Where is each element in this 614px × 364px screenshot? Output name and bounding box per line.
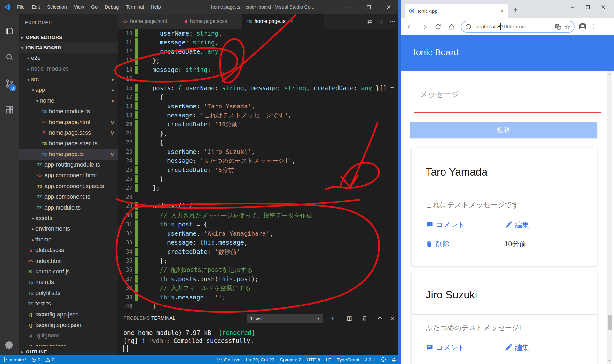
tab-home.page.scss[interactable]: Shome.page.scss [180,14,242,29]
code-line-18[interactable]: 18 userName: 'Taro Yamada', [118,102,398,111]
tree-item-node_modules[interactable]: ▸node_modules [19,63,118,74]
tab-close-icon[interactable]: × [290,18,293,25]
code-line-29[interactable]: 29 addPost() { [118,202,398,210]
more-actions-icon[interactable]: ⋯ [390,18,395,25]
source-control-icon[interactable]: 3 [0,72,19,95]
tree-item-theme[interactable]: ▸theme [19,234,118,245]
reload-icon[interactable] [434,23,442,31]
tree-item-home.page.ts[interactable]: TShome.page.tsM [19,149,118,160]
code-line-24[interactable]: 24 message: 'ふたつめのテストメッセージ!', [118,156,398,165]
close-icon[interactable] [379,0,398,14]
code-line-11[interactable]: 11 message: string, [118,38,398,47]
status-typescript[interactable]: TypeScript [337,357,359,362]
browser-close-icon[interactable] [595,0,611,14]
settings-gear-icon[interactable] [0,334,19,356]
code-line-22[interactable]: 22 { [118,138,398,147]
message-input[interactable] [419,90,587,99]
edit-button[interactable]: 編集 [504,343,583,352]
code-line-15[interactable]: 15 [118,74,398,83]
tree-item-app.module.ts[interactable]: TSapp.module.ts [19,202,118,213]
tree-item-src[interactable]: ▾src● [19,74,118,85]
status-utf-8[interactable]: UTF-8 [307,357,320,362]
code-line-30[interactable]: 30 // 入力されたメッセージを使って、投稿データを作成 [118,211,398,220]
code-line-10[interactable]: 10 userName: string, [118,29,398,38]
code-line-26[interactable]: 26 } [118,174,398,183]
back-icon[interactable] [406,23,414,31]
tree-item-app[interactable]: ▾app● [19,85,118,95]
status-bell[interactable] [391,357,396,362]
code-line-33[interactable]: 33 message: this.message, [118,238,398,247]
bookmark-star-icon[interactable]: ☆ [564,23,570,31]
code-line-36[interactable]: 36 // 配列postsにpostを追加する [118,265,398,274]
tree-item-app.component.html[interactable]: <>app.component.html [19,170,118,181]
kill-terminal-icon[interactable] [362,315,367,321]
status-smiley[interactable] [381,357,386,362]
browser-tab[interactable]: Ionic App × [405,4,508,18]
code-line-27[interactable]: 27 ]; [118,183,398,192]
menu-debug[interactable]: Debug [101,0,122,14]
post-button[interactable]: 投稿 [410,122,597,138]
code-line-20[interactable]: 20 createdDate: '10分前' [118,120,398,129]
close-panel-icon[interactable]: × [391,315,394,322]
code-line-31[interactable]: 31 this.post = { [118,220,398,229]
outline-section[interactable]: ▸ OUTLINE [19,346,118,355]
new-terminal-icon[interactable]: + [331,315,335,322]
code-line-35[interactable]: 35 }; [118,256,398,265]
code-line-32[interactable]: 32 userName: 'Akira Yanagihara', [118,229,398,238]
split-terminal-icon[interactable]: ◫ [347,315,352,322]
browser-minimize-icon[interactable] [565,0,580,14]
status-spaces-2[interactable]: Spaces: 2 [280,357,301,362]
home-icon[interactable] [447,23,456,31]
code-line-19[interactable]: 19 message: 'これはテストメッセージです', [118,111,398,120]
url-bar[interactable]: localhost:8100/home G ☆ [461,21,575,33]
tree-item-assets[interactable]: ▸assets [19,213,118,224]
scrollbar[interactable]: ▲ ▼ [607,71,612,364]
tree-item-tsconfig.spec.json[interactable]: {}tsconfig.spec.json [19,320,118,330]
open-changes-icon[interactable]: ⇄ [367,18,372,25]
tab-home.page.html[interactable]: <>home.page.html [118,14,180,29]
code-line-13[interactable]: 13 }; [118,56,398,65]
menu-help[interactable]: Help [147,0,164,14]
scroll-up-icon[interactable]: ▲ [607,72,612,77]
tab-home.page.ts[interactable]: TShome.page.ts× [242,14,324,29]
problems-tab[interactable]: PROBLEMS [123,315,150,320]
terminal-shell-select[interactable]: 1: wsl ▼ [247,314,323,323]
tree-item-app-routing.module.ts[interactable]: TSapp-routing.module.ts [19,160,118,170]
tree-item-karma.conf.js[interactable]: Kkarma.conf.js [19,266,118,277]
menu-file[interactable]: File [13,0,28,14]
tree-item-home.page.spec.ts[interactable]: TShome.page.spec.ts [19,138,118,149]
maximize-panel-icon[interactable] [377,316,382,320]
project-section[interactable]: ▾ IONIC4-BOARD [19,42,118,53]
info-icon[interactable] [465,24,471,30]
split-editor-icon[interactable]: ◫ [378,18,383,25]
comment-button[interactable]: コメント [426,343,504,352]
code-line-25[interactable]: 25 createdDate: '5分前' [118,165,398,174]
terminal-output[interactable]: ome-home-module) 7.97 kB [rendered][ng] … [123,329,255,353]
maximize-icon[interactable] [359,0,379,14]
code-line-12[interactable]: 12 createdDate: any [118,47,398,56]
tree-item-environments[interactable]: ▸environments [19,224,118,234]
scrollbar-thumb[interactable] [608,315,612,330]
tree-item-home.module.ts[interactable]: TShome.module.ts [19,106,118,117]
tree-item-polyfills.ts[interactable]: TSpolyfills.ts [19,288,118,298]
code-line-16[interactable]: 16 posts: { userName: string, message: s… [118,83,398,92]
status-0[interactable]: 0 [31,357,40,362]
status-lf[interactable]: LF [326,357,331,362]
avatar[interactable] [579,23,587,31]
code-line-38[interactable]: 38 // 入力フィールドを空欄にする [118,283,398,292]
menu-view[interactable]: View [70,0,88,14]
tree-item-index.html[interactable]: <>index.html [19,256,118,266]
browser-maximize-icon[interactable] [580,0,595,14]
menu-edit[interactable]: Edit [28,0,43,14]
code-line-40[interactable]: 40 } [118,302,398,311]
explorer-icon[interactable] [0,20,19,42]
panel-more-icon[interactable]: ⋯ [179,315,184,321]
terminal-tab[interactable]: TERMINAL [151,315,176,322]
code-line-21[interactable]: 21 }, [118,129,398,138]
code-editor[interactable]: 10 userName: string,11 message: string,1… [118,29,398,312]
code-line-37[interactable]: 37 this.posts.push(this.post); [118,274,398,283]
tree-item-home.page.scss[interactable]: Shome.page.scssM [19,128,118,138]
tree-item-e2e[interactable]: ▸e2e [19,53,118,63]
translate-icon[interactable]: G [555,24,561,30]
tree-item-home.page.html[interactable]: <>home.page.htmlM [19,117,118,127]
